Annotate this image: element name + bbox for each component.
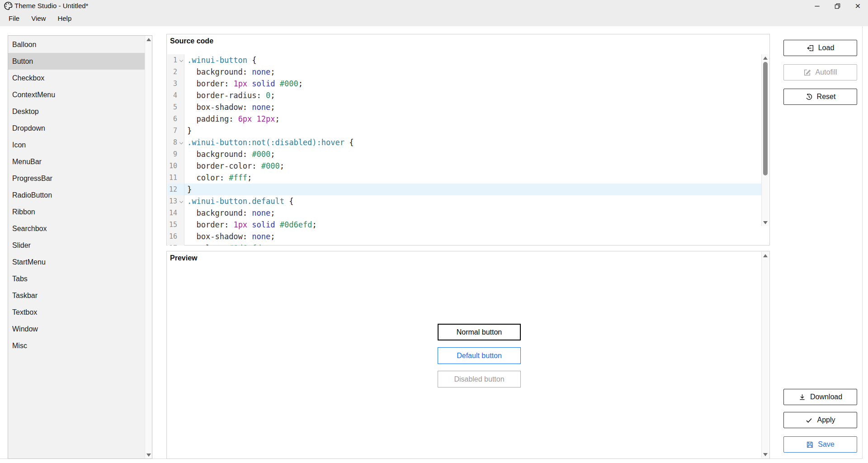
line-number: 4 [167, 90, 184, 101]
fold-chevron-icon[interactable] [179, 58, 183, 62]
line-number: 3 [167, 78, 184, 90]
line-number: 11 [167, 172, 184, 184]
sidebar-item-icon[interactable]: Icon [8, 137, 145, 153]
line-number: 9 [167, 148, 184, 160]
reset-button[interactable]: Reset [783, 89, 857, 105]
button-label: Save [818, 440, 834, 449]
sidebar-item-startmenu[interactable]: StartMenu [8, 254, 145, 270]
apply-button[interactable]: Apply [783, 412, 857, 428]
save-button[interactable]: Save [783, 436, 857, 453]
disabled-preview-button: Disabled button [438, 371, 521, 387]
sidebar-item-menubar[interactable]: MenuBar [8, 153, 145, 170]
scroll-up-arrow[interactable] [762, 252, 769, 259]
code-line[interactable]: 14 background: none; [167, 207, 762, 219]
apply-icon [805, 416, 813, 424]
sidebar-item-taskbar[interactable]: Taskbar [8, 287, 145, 304]
code-line[interactable]: 5 box-shadow: none; [167, 101, 762, 113]
code-line[interactable]: 1.winui-button { [167, 54, 762, 66]
sidebar-item-slider[interactable]: Slider [8, 237, 145, 254]
component-sidebar: BalloonButtonCheckboxContextMenuDesktopD… [8, 35, 152, 459]
sidebar-item-misc[interactable]: Misc [8, 337, 145, 354]
button-label: Load [818, 44, 835, 52]
load-icon [807, 44, 814, 52]
sidebar-item-progressbar[interactable]: ProgressBar [8, 170, 145, 187]
sidebar-item-window[interactable]: Window [8, 321, 145, 337]
line-number: 13 [167, 195, 184, 207]
code-text: .winui-button:not(:disabled):hover { [184, 137, 354, 148]
sidebar-item-contextmenu[interactable]: ContextMenu [8, 86, 145, 103]
scroll-down-arrow[interactable] [762, 451, 769, 458]
sidebar-item-balloon[interactable]: Balloon [8, 36, 145, 53]
sidebar-item-checkbox[interactable]: Checkbox [8, 70, 145, 86]
scroll-up-arrow[interactable] [762, 54, 769, 61]
code-line[interactable]: 10 border-color: #000; [167, 160, 762, 172]
autofill-button: Autofill [783, 64, 857, 80]
line-number: 6 [167, 113, 184, 125]
window-controls: × [807, 0, 868, 12]
sidebar-item-textbox[interactable]: Textbox [8, 304, 145, 321]
save-icon [806, 441, 814, 449]
component-list: BalloonButtonCheckboxContextMenuDesktopD… [8, 36, 145, 354]
autofill-icon [803, 69, 811, 76]
palette-icon [4, 1, 13, 10]
code-line[interactable]: 16 box-shadow: none; [167, 231, 762, 242]
restore-button[interactable] [827, 0, 848, 12]
load-button[interactable]: Load [783, 40, 857, 56]
line-number: 17 [167, 242, 184, 246]
sidebar-item-ribbon[interactable]: Ribbon [8, 203, 145, 220]
code-text: padding: 6px 12px; [184, 113, 280, 125]
sidebar-item-desktop[interactable]: Desktop [8, 103, 145, 120]
source-editor-scrollbar[interactable] [761, 54, 769, 226]
code-line[interactable]: 4 border-radius: 0; [167, 90, 762, 101]
code-line[interactable]: 11 color: #fff; [167, 172, 762, 184]
code-line[interactable]: 8.winui-button:not(:disabled):hover { [167, 137, 762, 148]
scrollbar-thumb[interactable] [763, 62, 768, 175]
code-text: border-color: #000; [184, 160, 284, 172]
default-preview-button[interactable]: Default button [438, 347, 521, 364]
scroll-up-arrow[interactable] [145, 36, 152, 43]
code-line[interactable]: 6 padding: 6px 12px; [167, 113, 762, 125]
scroll-down-arrow[interactable] [762, 219, 769, 226]
menu-file[interactable]: File [3, 12, 25, 26]
line-number: 2 [167, 66, 184, 78]
code-text: box-shadow: none; [184, 231, 275, 242]
sidebar-item-dropdown[interactable]: Dropdown [8, 120, 145, 137]
button-label: Autofill [815, 68, 837, 76]
menu-view[interactable]: View [25, 12, 52, 26]
code-text: .winui-button.default { [184, 195, 293, 207]
download-button[interactable]: Download [783, 389, 857, 405]
code-text: background: #000; [184, 148, 275, 160]
code-line[interactable]: 15 border: 1px solid #0d6efd; [167, 219, 762, 231]
fold-chevron-icon[interactable] [179, 141, 183, 144]
titlebar[interactable]: Theme Studio - Untitled* × [0, 0, 868, 12]
sidebar-item-searchbox[interactable]: Searchbox [8, 220, 145, 237]
sidebar-item-radiobutton[interactable]: RadioButton [8, 187, 145, 203]
line-number: 7 [167, 125, 184, 137]
code-editor[interactable]: 1.winui-button {2 background: none;3 bor… [167, 54, 762, 246]
code-line[interactable]: 12} [167, 184, 762, 195]
code-line[interactable]: 13.winui-button.default { [167, 195, 762, 207]
scroll-down-arrow[interactable] [145, 451, 152, 458]
button-label: Reset [817, 93, 836, 101]
fold-chevron-icon[interactable] [179, 199, 183, 203]
code-line[interactable]: 2 background: none; [167, 66, 762, 78]
normal-preview-button[interactable]: Normal button [438, 324, 521, 340]
menu-help[interactable]: Help [52, 12, 77, 26]
code-text: } [184, 125, 192, 137]
code-line[interactable]: 9 background: #000; [167, 148, 762, 160]
code-line[interactable]: 3 border: 1px solid #000; [167, 78, 762, 90]
preview-scrollbar[interactable] [761, 252, 769, 458]
line-number: 10 [167, 160, 184, 172]
sidebar-scrollbar[interactable] [145, 36, 152, 458]
code-line[interactable]: 17 color: #0d6efd; [167, 242, 762, 246]
minimize-button[interactable] [807, 0, 827, 12]
code-text: background: none; [184, 66, 275, 78]
line-number: 14 [167, 207, 184, 219]
close-button[interactable]: × [848, 0, 868, 12]
code-text: .winui-button { [184, 54, 257, 66]
button-label: Download [810, 393, 842, 401]
code-line[interactable]: 7} [167, 125, 762, 137]
sidebar-item-button[interactable]: Button [8, 53, 145, 70]
sidebar-item-tabs[interactable]: Tabs [8, 270, 145, 287]
line-number: 12 [167, 184, 184, 195]
